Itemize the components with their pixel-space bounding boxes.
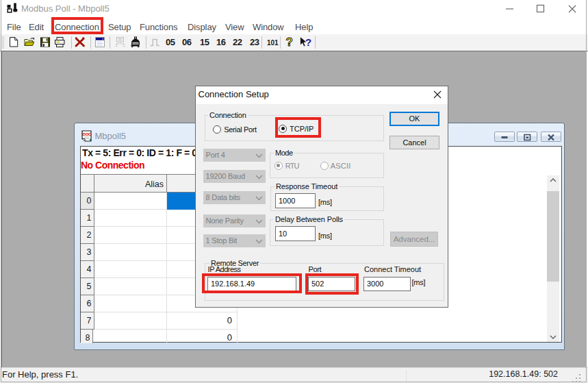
- svg-text:?: ?: [305, 36, 311, 48]
- svg-text:DOC: DOC: [83, 132, 92, 136]
- svg-text:?: ?: [286, 36, 293, 49]
